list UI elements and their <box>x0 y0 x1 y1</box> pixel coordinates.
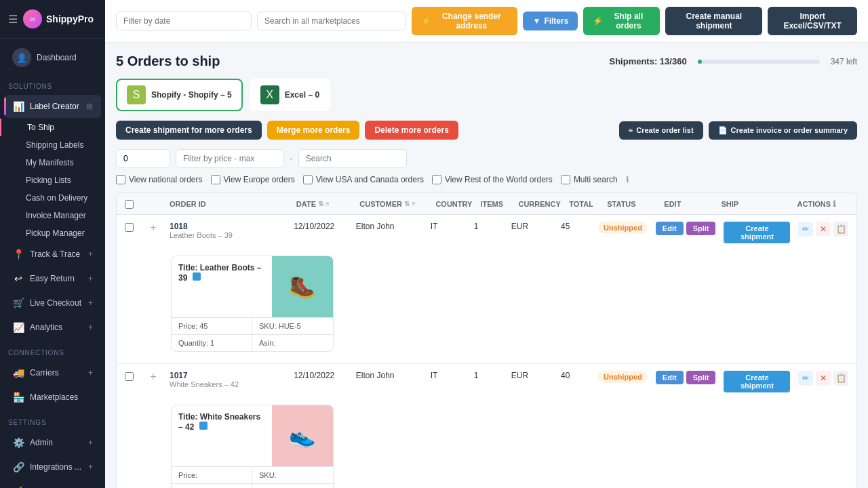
edit-action-icon-1017[interactable]: ✏ <box>798 371 813 386</box>
row-1017-currency: EUR <box>507 371 557 380</box>
sidebar-item-label-creator[interactable]: 📊 Label Creator ⊞ <box>4 95 101 118</box>
search-marketplace-input[interactable] <box>257 12 406 30</box>
filters-button[interactable]: ▼ Filters <box>523 12 578 30</box>
copy-action-icon-1018[interactable]: 📋 <box>833 222 848 237</box>
row-1017-customer: Elton John <box>352 371 427 380</box>
filter-price-input[interactable] <box>176 149 284 168</box>
sidebar-sub-item-invoice-manager[interactable]: Invoice Manager <box>0 207 105 224</box>
checkbox-multi-search[interactable]: Multi search <box>561 175 618 184</box>
edit-button-1017[interactable]: Edit <box>656 371 684 384</box>
checkbox-rest-world[interactable]: View Rest of the World orders <box>432 175 553 184</box>
usa-canada-checkbox[interactable] <box>303 175 313 184</box>
edit-button-1018[interactable]: Edit <box>656 222 684 235</box>
ship-all-button[interactable]: ⚡ Ship all orders <box>583 7 660 35</box>
product-card-top-1017: Title: White Sneakers – 42 👟 <box>172 405 333 466</box>
multi-search-checkbox[interactable] <box>561 175 570 184</box>
create-shipment-button-1017[interactable]: Create shipment <box>724 371 790 392</box>
label-creator-plus[interactable]: ⊞ <box>86 102 93 111</box>
multi-search-info-icon[interactable]: ℹ <box>626 175 629 184</box>
filter-date-input[interactable] <box>116 12 252 30</box>
checkbox-europe[interactable]: View Europe orders <box>211 175 295 184</box>
product-sku-1017: SKU: <box>252 467 333 483</box>
change-sender-button[interactable]: ⚡ Change sender address <box>412 7 517 35</box>
progress-bar-fill <box>698 60 702 64</box>
analytics-label: Analytics <box>30 323 83 332</box>
split-button-1017[interactable]: Split <box>686 371 716 384</box>
europe-checkbox[interactable] <box>211 175 220 184</box>
sidebar-item-carriers[interactable]: 🚚 Carriers + <box>4 361 101 384</box>
order-row-1018-wrap: + 1018 Leather Boots – 39 12/10/2022 Elt… <box>117 215 856 364</box>
row-1018-checkbox[interactable] <box>125 223 134 232</box>
easy-return-icon: ↩ <box>12 272 24 285</box>
row-1017-items: 1 <box>470 371 507 380</box>
checkbox-usa-canada[interactable]: View USA and Canada orders <box>303 175 424 184</box>
th-edit: EDIT <box>660 200 717 208</box>
menu-icon[interactable]: ☰ <box>8 13 18 26</box>
filter-search-input[interactable] <box>298 149 407 168</box>
th-total: TOTAL <box>565 200 603 208</box>
sidebar-item-integrations[interactable]: 🔗 Integrations ... + <box>4 455 101 479</box>
row-1017-sub: White Sneakers – 42 <box>170 380 239 388</box>
tab-excel[interactable]: X Excel – 0 <box>250 79 330 111</box>
delete-action-icon-1017[interactable]: ✕ <box>816 371 831 386</box>
row-1018-currency: EUR <box>507 222 557 231</box>
sidebar-sub-item-my-manifests[interactable]: My Manifests <box>0 154 105 171</box>
create-shipment-button-1018[interactable]: Create shipment <box>724 222 790 243</box>
import-excel-button[interactable]: Import Excel/CSV/TXT <box>768 7 857 35</box>
create-order-list-button[interactable]: ≡ Create order list <box>619 121 703 140</box>
sidebar-item-admin[interactable]: ⚙️ Admin + <box>4 431 101 454</box>
date-filter-icon[interactable]: ≡ <box>326 200 330 207</box>
sidebar-item-live-checkout[interactable]: 🛒 Live Checkout + <box>4 291 101 314</box>
sidebar-item-shipping-rules[interactable]: ⚡ Shipping Rules <box>4 480 101 488</box>
create-invoice-button[interactable]: 📄 Create invoice or order summary <box>709 121 857 140</box>
sidebar-item-track-trace[interactable]: 📍 Track & Trace + <box>4 243 101 266</box>
select-all-checkbox[interactable] <box>125 200 134 209</box>
sidebar-item-analytics[interactable]: 📈 Analytics + <box>4 316 101 339</box>
copy-action-icon-1017[interactable]: 📋 <box>833 371 848 386</box>
national-checkbox[interactable] <box>116 175 125 184</box>
product-card-1017: Title: White Sneakers – 42 👟 Price: SKU: <box>171 405 334 488</box>
split-button-1018[interactable]: Split <box>686 222 716 235</box>
sidebar-item-marketplaces[interactable]: 🏪 Marketplaces <box>4 386 101 409</box>
sidebar-sub-item-shipping-labels[interactable]: Shipping Labels <box>0 136 105 154</box>
list-icon: ≡ <box>629 126 633 134</box>
sidebar-item-easy-return[interactable]: ↩ Easy Return + <box>4 267 101 290</box>
easy-return-plus[interactable]: + <box>88 274 93 283</box>
delete-orders-button[interactable]: Delete more orders <box>365 121 458 140</box>
row-1018-expand[interactable]: + <box>141 222 165 234</box>
row-1017-status: Unshipped <box>594 371 652 383</box>
dashboard-label: Dashboard <box>37 53 93 62</box>
analytics-plus[interactable]: + <box>88 323 93 332</box>
row-1017-expand[interactable]: + <box>141 371 165 383</box>
rest-world-checkbox[interactable] <box>432 175 441 184</box>
filter-qty-input[interactable] <box>116 149 170 168</box>
merge-orders-button[interactable]: Merge more orders <box>267 121 360 140</box>
customer-filter-icon[interactable]: ≡ <box>412 200 416 207</box>
create-shipment-more-button[interactable]: Create shipment for more orders <box>116 121 262 140</box>
tab-shopify[interactable]: S Shopify - Shopify – 5 <box>116 79 243 111</box>
integrations-plus[interactable]: + <box>88 462 93 472</box>
live-checkout-plus[interactable]: + <box>88 298 93 308</box>
shipping-rules-icon: ⚡ <box>12 485 24 488</box>
sidebar-item-dashboard[interactable]: 👤 Dashboard <box>4 43 101 73</box>
actions-info-icon[interactable]: ℹ <box>833 199 836 209</box>
sidebar-sub-item-picking-lists[interactable]: Picking Lists <box>0 171 105 189</box>
carriers-plus[interactable]: + <box>88 368 93 378</box>
customer-sort-icon[interactable]: ⇅ <box>404 200 410 207</box>
product-card-info-1017: Title: White Sneakers – 42 <box>172 405 272 466</box>
row-1018-country: IT <box>427 222 470 231</box>
content-header: 5 Orders to ship Shipments: 13/360 347 l… <box>116 54 857 69</box>
row-1017-checkbox[interactable] <box>125 372 134 381</box>
admin-plus[interactable]: + <box>88 438 93 447</box>
sidebar-sub-item-to-ship[interactable]: To Ship <box>0 119 105 136</box>
create-manual-shipment-button[interactable]: Create manual shipment <box>665 7 762 35</box>
checkbox-national[interactable]: View national orders <box>116 175 203 184</box>
live-checkout-icon: 🛒 <box>12 297 24 309</box>
track-trace-plus[interactable]: + <box>88 249 93 259</box>
sidebar-sub-item-pickup-manager[interactable]: Pickup Manager <box>0 224 105 242</box>
delete-action-icon-1018[interactable]: ✕ <box>816 222 831 237</box>
dashboard-avatar: 👤 <box>12 48 31 67</box>
edit-action-icon-1018[interactable]: ✏ <box>798 222 813 237</box>
date-sort-icon[interactable]: ⇅ <box>318 200 323 207</box>
sidebar-sub-item-cash-on-delivery[interactable]: Cash on Delivery <box>0 189 105 207</box>
